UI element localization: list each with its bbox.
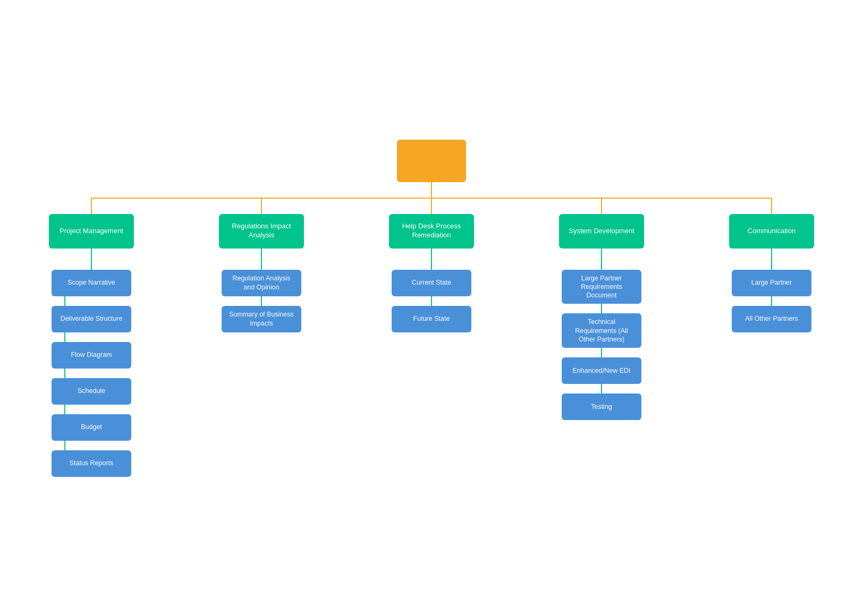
node-summary-business-impacts[interactable]: Summary of Business Impacts <box>222 306 301 332</box>
node-current-state[interactable]: Current State <box>392 270 471 296</box>
node-large-partner[interactable]: Large Partner <box>732 270 811 296</box>
node-regulation-analysis-opinion[interactable]: Regulation Analysis and Opinion <box>222 270 301 296</box>
children-project-management: Scope Narrative Deliverable Structure Fl… <box>52 270 131 477</box>
node-deliverable-structure[interactable]: Deliverable Structure <box>52 306 131 332</box>
node-project-management[interactable]: Project Management <box>49 214 134 249</box>
node-testing[interactable]: Testing <box>562 393 641 420</box>
node-system-development[interactable]: System Development <box>559 214 644 249</box>
node-large-partner-requirements-document[interactable]: Large Partner Requirements Document <box>562 270 641 304</box>
children-regulations-impact-analysis: Regulation Analysis and Opinion Summary … <box>222 270 301 332</box>
node-technical-requirements-all-other[interactable]: Technical Requirements (All Other Partne… <box>562 313 641 348</box>
column-regulations-impact-analysis: Regulations Impact Analysis Regulation A… <box>208 214 315 332</box>
node-regulations-impact-analysis[interactable]: Regulations Impact Analysis <box>219 214 304 249</box>
root-row <box>38 140 825 182</box>
root-node[interactable] <box>397 140 466 182</box>
node-future-state[interactable]: Future State <box>392 306 471 332</box>
node-budget[interactable]: Budget <box>52 414 131 441</box>
columns-row: Project Management Scope Narrative Deliv… <box>38 214 825 477</box>
column-system-development: System Development Large Partner Require… <box>548 214 655 421</box>
root-spacer <box>38 182 825 214</box>
node-scope-narrative[interactable]: Scope Narrative <box>52 270 131 296</box>
node-enhanced-new-edi[interactable]: Enhanced/New EDI <box>562 357 641 384</box>
node-communication[interactable]: Communication <box>729 214 814 249</box>
diagram-container: Project Management Scope Narrative Deliv… <box>28 118 835 498</box>
column-project-management: Project Management Scope Narrative Deliv… <box>38 214 145 477</box>
node-status-reports[interactable]: Status Reports <box>52 450 131 477</box>
children-help-desk-process-remediation: Current State Future State <box>392 270 471 332</box>
node-flow-diagram[interactable]: Flow Diagram <box>52 342 131 369</box>
children-communication: Large Partner All Other Partners <box>732 270 811 332</box>
column-communication: Communication Large Partner All Other Pa… <box>718 214 825 332</box>
node-schedule[interactable]: Schedule <box>52 378 131 405</box>
children-system-development: Large Partner Requirements Document Tech… <box>562 270 641 421</box>
node-help-desk-process-remediation[interactable]: Help Desk Process Remediation <box>389 214 474 249</box>
tree-area: Project Management Scope Narrative Deliv… <box>38 140 825 477</box>
node-all-other-partners[interactable]: All Other Partners <box>732 306 811 332</box>
column-help-desk-process-remediation: Help Desk Process Remediation Current St… <box>378 214 485 332</box>
